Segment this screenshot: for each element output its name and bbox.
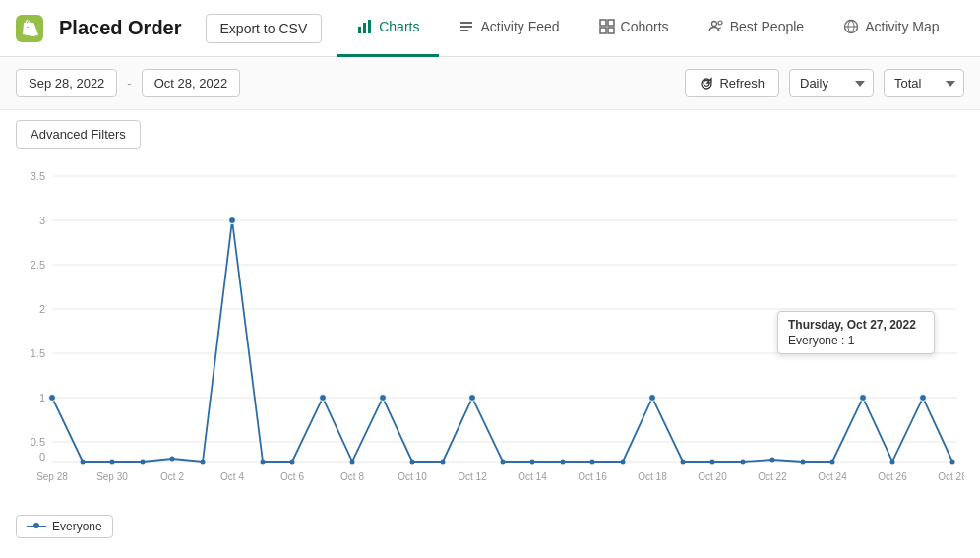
svg-point-34 xyxy=(141,460,146,465)
metric-select[interactable]: Total Unique xyxy=(884,69,964,97)
svg-text:Oct 16: Oct 16 xyxy=(578,471,607,482)
svg-rect-1 xyxy=(358,27,361,33)
svg-point-54 xyxy=(741,460,746,465)
svg-rect-4 xyxy=(460,22,472,24)
svg-point-51 xyxy=(649,395,656,402)
svg-point-11 xyxy=(711,22,716,27)
grid-icon xyxy=(599,19,615,34)
period-select[interactable]: Daily Weekly Monthly xyxy=(789,69,874,97)
date-end-button[interactable]: Oct 28, 2022 xyxy=(142,69,240,97)
svg-point-43 xyxy=(410,460,415,465)
svg-point-55 xyxy=(770,458,775,463)
svg-rect-2 xyxy=(363,23,366,33)
svg-point-33 xyxy=(110,460,115,465)
svg-text:Oct 20: Oct 20 xyxy=(698,471,727,482)
svg-text:Oct 24: Oct 24 xyxy=(818,471,847,482)
svg-text:Oct 18: Oct 18 xyxy=(638,471,667,482)
svg-text:3.5: 3.5 xyxy=(31,170,45,182)
tab-best-people[interactable]: Best People xyxy=(689,0,825,57)
date-start-button[interactable]: Sep 28, 2022 xyxy=(16,69,117,97)
svg-point-39 xyxy=(290,460,295,465)
svg-text:3: 3 xyxy=(39,215,45,226)
svg-point-35 xyxy=(170,457,175,462)
svg-point-48 xyxy=(561,460,566,465)
svg-point-60 xyxy=(920,395,927,402)
toolbar: Sep 28, 2022 - Oct 28, 2022 Refresh Dail… xyxy=(0,57,980,110)
advanced-filters-button[interactable]: Advanced Filters xyxy=(16,120,141,149)
globe-icon xyxy=(843,19,859,34)
svg-point-57 xyxy=(830,460,835,465)
svg-text:Sep 28: Sep 28 xyxy=(36,471,68,482)
filters-row: Advanced Filters xyxy=(0,110,980,158)
svg-text:Oct 28: Oct 28 xyxy=(938,471,964,482)
svg-point-45 xyxy=(469,395,476,402)
svg-text:Oct 26: Oct 26 xyxy=(878,471,907,482)
svg-point-32 xyxy=(81,460,86,465)
svg-text:Oct 8: Oct 8 xyxy=(340,471,364,482)
svg-point-37 xyxy=(229,217,236,224)
list-icon xyxy=(459,19,474,34)
svg-rect-9 xyxy=(600,28,606,33)
svg-text:0.5: 0.5 xyxy=(31,436,45,448)
svg-text:Oct 22: Oct 22 xyxy=(758,471,787,482)
svg-point-52 xyxy=(681,460,686,465)
tab-charts[interactable]: Charts xyxy=(337,0,439,57)
shopify-icon xyxy=(16,15,43,42)
svg-text:0: 0 xyxy=(39,451,45,463)
bar-chart-icon xyxy=(357,19,373,34)
top-navigation: Placed Order Export to CSV Charts Activi… xyxy=(0,0,980,57)
svg-rect-10 xyxy=(608,28,614,33)
line-chart: 3.5 3 2.5 2 1.5 1 0.5 0 xyxy=(16,158,964,493)
svg-point-47 xyxy=(530,460,535,465)
svg-point-42 xyxy=(380,395,387,402)
svg-rect-7 xyxy=(600,20,606,26)
svg-point-50 xyxy=(621,460,626,465)
svg-text:Oct 12: Oct 12 xyxy=(458,471,487,482)
svg-point-36 xyxy=(201,460,206,465)
svg-point-41 xyxy=(350,460,355,465)
nav-tabs: Charts Activity Feed Cohorts xyxy=(337,0,958,57)
refresh-icon xyxy=(700,77,713,91)
svg-point-38 xyxy=(261,460,266,465)
svg-text:1.5: 1.5 xyxy=(31,347,45,359)
svg-text:2: 2 xyxy=(39,303,45,315)
tab-activity-map[interactable]: Activity Map xyxy=(824,0,958,57)
svg-point-49 xyxy=(590,460,595,465)
refresh-button[interactable]: Refresh xyxy=(685,69,779,97)
svg-point-40 xyxy=(320,395,327,402)
svg-rect-3 xyxy=(368,20,371,33)
svg-text:Oct 14: Oct 14 xyxy=(518,471,547,482)
svg-point-58 xyxy=(860,395,867,402)
export-csv-button[interactable]: Export to CSV xyxy=(206,14,323,43)
tab-activity-feed[interactable]: Activity Feed xyxy=(439,0,579,57)
svg-text:2.5: 2.5 xyxy=(31,259,45,271)
tab-cohorts[interactable]: Cohorts xyxy=(580,0,689,57)
svg-point-46 xyxy=(501,460,506,465)
svg-point-61 xyxy=(950,460,955,465)
svg-text:Sep 30: Sep 30 xyxy=(96,471,128,482)
svg-text:1: 1 xyxy=(39,392,45,403)
svg-text:Oct 10: Oct 10 xyxy=(398,471,427,482)
svg-rect-6 xyxy=(460,30,468,31)
svg-point-44 xyxy=(441,460,446,465)
brand-logo xyxy=(16,15,43,42)
svg-point-12 xyxy=(718,21,722,25)
svg-text:Oct 2: Oct 2 xyxy=(160,471,184,482)
svg-point-56 xyxy=(801,460,806,465)
svg-point-53 xyxy=(710,460,715,465)
svg-text:Oct 6: Oct 6 xyxy=(280,471,304,482)
people-icon xyxy=(708,19,724,34)
date-separator: - xyxy=(127,76,131,91)
legend-item-everyone[interactable]: Everyone xyxy=(16,515,113,538)
svg-rect-5 xyxy=(460,26,472,28)
svg-text:Oct 4: Oct 4 xyxy=(220,471,244,482)
legend-line-everyone xyxy=(27,526,46,527)
svg-point-31 xyxy=(49,395,56,402)
chart-area: 3.5 3 2.5 2 1.5 1 0.5 0 xyxy=(0,158,980,509)
page-title: Placed Order xyxy=(59,17,182,39)
svg-point-59 xyxy=(890,460,895,465)
svg-rect-8 xyxy=(608,20,614,26)
chart-legend: Everyone xyxy=(0,509,980,548)
